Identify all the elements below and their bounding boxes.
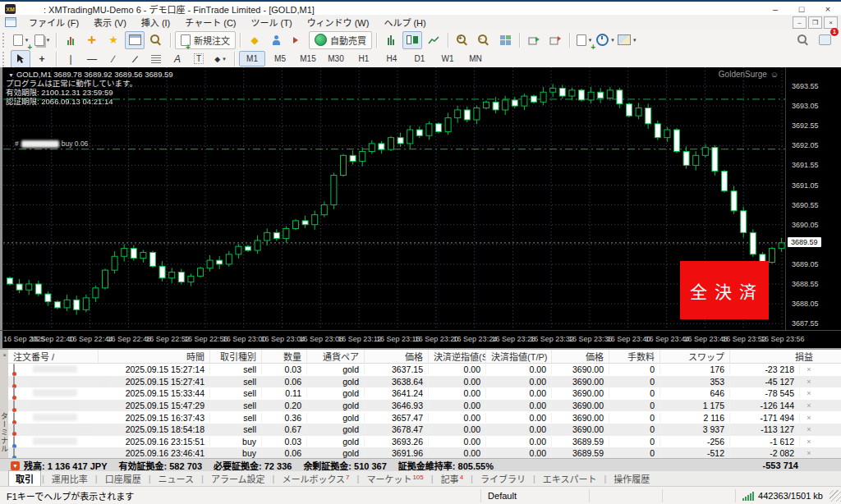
close-position-icon[interactable]: × (800, 401, 818, 410)
sound-button[interactable] (287, 31, 307, 49)
profiles-button[interactable]: ▾ (32, 31, 52, 49)
search-button[interactable] (793, 31, 813, 49)
zoom-in-button[interactable]: + (453, 31, 472, 49)
indicators-button[interactable]: +▾ (574, 31, 594, 49)
new-order-button[interactable]: + 新規注文 (175, 31, 236, 49)
horizontal-line-tool-button[interactable]: — (82, 50, 102, 68)
timeframe-d1-button[interactable]: D1 (407, 51, 433, 66)
navigator-button[interactable]: ★ (103, 31, 123, 49)
menu-item-0[interactable]: ファイル (F) (21, 18, 86, 28)
crosshair-tool-button[interactable]: + (32, 50, 52, 68)
tab-10[interactable]: 操作履歴 (607, 471, 656, 486)
order-row[interactable]: 2025.09.15 15:27:14sell0.03gold3637.150.… (8, 364, 841, 376)
column-header-10[interactable]: スワップ (660, 350, 730, 363)
new-chart-button[interactable]: +▾ (11, 31, 30, 49)
menu-item-1[interactable]: 表示 (V) (86, 18, 134, 28)
auto-scroll-button[interactable] (524, 31, 544, 49)
resize-grip[interactable] (830, 490, 841, 502)
tab-1[interactable]: 運用比率 (45, 471, 94, 486)
chart-shift-button[interactable] (545, 31, 565, 49)
maximize-button[interactable]: □ (788, 2, 815, 16)
column-header-4[interactable]: 通貨ペア (307, 350, 365, 363)
order-row[interactable]: 2025.09.15 18:54:18sell0.67gold3678.470.… (8, 424, 841, 436)
tab-6[interactable]: マーケット105 (360, 471, 430, 486)
market-watch-button[interactable] (61, 31, 80, 49)
column-header-0[interactable]: 注文番号 / (8, 350, 99, 363)
channel-tool-button[interactable]: ∕∕ (125, 50, 145, 68)
tile-windows-button[interactable] (495, 31, 515, 49)
terminal-close-icon[interactable]: × (1, 351, 8, 359)
autotrading-button[interactable]: 自動売買 (309, 31, 372, 49)
column-header-8[interactable]: 価格 (552, 350, 609, 363)
mdi-close-button[interactable]: × (824, 16, 838, 29)
timeframe-w1-button[interactable]: W1 (434, 51, 461, 66)
menu-item-5[interactable]: ウィンドウ (W) (300, 18, 377, 28)
close-position-icon[interactable]: × (800, 389, 818, 397)
column-header-2[interactable]: 取引種別 (210, 350, 262, 363)
column-header-3[interactable]: 数量 (262, 350, 307, 363)
timeframe-h1-button[interactable]: H1 (351, 51, 377, 66)
order-row[interactable]: 2025.09.15 16:37:43sell0.36gold3657.470.… (8, 411, 841, 424)
menu-item-3[interactable]: チャート (C) (177, 18, 243, 28)
community-button[interactable] (266, 31, 286, 49)
menu-item-6[interactable]: ヘルプ (H) (376, 18, 433, 28)
column-header-9[interactable]: 手数料 (609, 350, 660, 363)
label-tool-button[interactable]: T (189, 50, 209, 68)
line-chart-button[interactable] (424, 31, 443, 49)
trendline-tool-button[interactable]: ∕ (103, 50, 123, 68)
tab-7[interactable]: 記事4 (434, 471, 470, 486)
column-header-1[interactable]: 時間 (99, 350, 210, 363)
fibonacci-tool-button[interactable] (146, 50, 166, 68)
timeframe-m30-button[interactable]: M30 (323, 51, 349, 66)
order-row[interactable]: 2025.09.16 23:15:51buy0.03gold3693.260.0… (8, 436, 841, 448)
candlestick-chart-button[interactable] (402, 31, 422, 49)
toolbar-drag-handle-2[interactable] (2, 52, 7, 66)
column-header-7[interactable]: 決済指値(T/P) (486, 350, 552, 363)
chevron-down-icon[interactable]: ▼ (8, 72, 14, 78)
tab-0[interactable]: 取引 (8, 470, 41, 487)
close-position-icon[interactable]: × (800, 449, 818, 457)
toolbar-drag-handle[interactable] (2, 33, 7, 48)
strategy-tester-button[interactable] (146, 31, 166, 49)
cursor-tool-button[interactable] (11, 50, 30, 68)
smiley-icon[interactable]: ☺ (770, 70, 779, 79)
data-window-button[interactable]: ✛ (82, 31, 102, 49)
zoom-out-button[interactable]: - (474, 31, 494, 49)
timeframe-m1-button[interactable]: M1 (239, 51, 265, 66)
minimize-button[interactable]: – (762, 2, 788, 16)
bar-chart-button[interactable] (381, 31, 401, 49)
tab-3[interactable]: ニュース (152, 471, 200, 486)
timeframe-h4-button[interactable]: H4 (379, 51, 405, 66)
templates-button[interactable]: ▾ (617, 31, 637, 49)
notifications-button[interactable]: 1 (815, 31, 834, 49)
timeframe-mn-button[interactable]: MN (462, 51, 489, 66)
order-row[interactable]: 2025.09.15 15:47:29sell0.20gold3646.930.… (8, 400, 841, 412)
tab-5[interactable]: メールボックス7 (275, 471, 356, 486)
column-header-5[interactable]: 価格 (365, 350, 429, 363)
tab-8[interactable]: ライブラリ (474, 471, 532, 486)
tab-4[interactable]: アラーム設定 (205, 471, 272, 486)
column-header-11[interactable]: 損益 (730, 350, 818, 363)
close-position-icon[interactable]: × (800, 414, 818, 422)
close-position-icon[interactable]: × (800, 378, 818, 386)
timeframe-m15-button[interactable]: M15 (295, 51, 321, 66)
vertical-line-tool-button[interactable]: | (61, 50, 80, 68)
text-tool-button[interactable]: A (168, 50, 187, 68)
close-position-icon[interactable]: × (800, 365, 818, 373)
order-row[interactable]: 2025.09.15 15:33:44sell0.11gold3641.240.… (8, 387, 841, 400)
tab-9[interactable]: エキスパート (536, 471, 604, 486)
metaeditor-button[interactable]: ◆ (245, 31, 264, 49)
mdi-minimize-button[interactable]: – (793, 16, 807, 29)
menu-item-2[interactable]: 挿入 (I) (134, 18, 177, 28)
close-position-icon[interactable]: × (800, 438, 818, 446)
close-all-button[interactable]: 全決済 (680, 261, 769, 319)
column-header-6[interactable]: 決済逆指値(S/L) (429, 350, 486, 363)
chart-window-icon[interactable] (5, 17, 16, 27)
menu-item-4[interactable]: ツール (T) (244, 18, 300, 28)
tab-2[interactable]: 口座履歴 (99, 471, 148, 486)
close-position-icon[interactable]: × (800, 425, 818, 433)
chart-area[interactable]: ▼GOLD,M1 3689.78 3689.92 3689.56 3689.59… (0, 67, 841, 348)
order-row[interactable]: 2025.09.15 15:27:41sell0.06gold3638.640.… (8, 376, 841, 388)
close-button[interactable]: × (815, 2, 841, 16)
shapes-tool-button[interactable]: ◆▾ (210, 50, 230, 68)
